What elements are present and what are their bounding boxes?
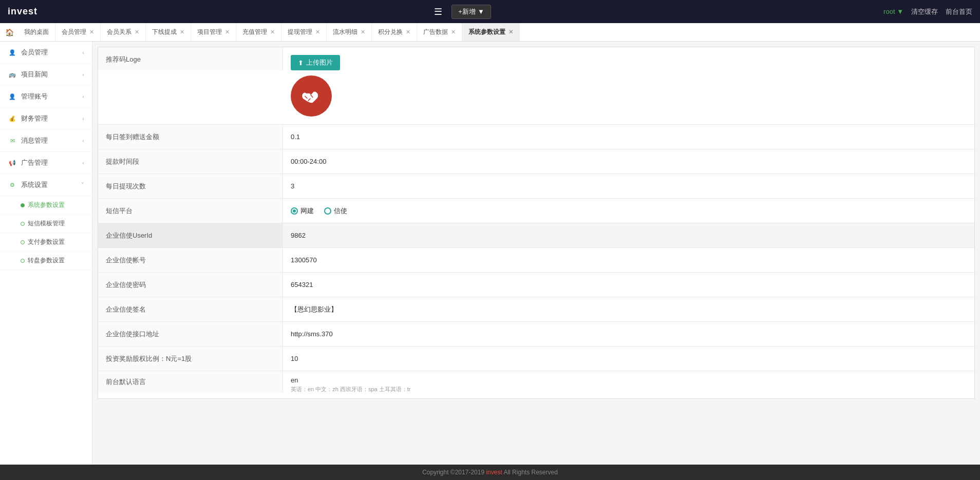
sidebar-item-account-mgmt[interactable]: 👤 管理账号 ‹ [0,86,92,108]
sidebar-item-ads-mgmt[interactable]: 📢 广告管理 ‹ [0,152,92,174]
tab-close-downline[interactable]: ✕ [180,29,184,35]
upload-image-button[interactable]: ⬆ 上传图片 [291,55,340,70]
account-mgmt-arrow: ‹ [82,93,84,100]
member-mgmt-icon: 👤 [8,48,17,57]
tab-member-rel[interactable]: 会员关系 ✕ [101,23,146,42]
sub-dot-pay-params [21,240,25,244]
tab-home[interactable]: 我的桌面 [18,23,55,42]
daily-sign-value: 0.1 [283,125,974,149]
invest-ratio-value: 10 [283,347,974,371]
tab-member[interactable]: 会员管理 ✕ [55,23,101,42]
member-mgmt-arrow: ‹ [82,49,84,55]
radio-dot-wangjian [291,207,298,215]
form-row-sms-api: 企业信使接口地址 http://sms.370 [98,322,974,347]
form-row-sms-password: 企业信使密码 654321 [98,273,974,297]
invest-ratio-label: 投资奖励股权比例：N元=1股 [98,347,283,371]
tab-close-sysparams[interactable]: ✕ [508,29,513,35]
tab-close-project[interactable]: ✕ [225,29,230,35]
sidebar-sub-item-sms-template[interactable]: 短信模板管理 [0,215,92,233]
tab-close-flow[interactable]: ✕ [361,29,365,35]
sidebar-sub-item-sys-params[interactable]: 系统参数设置 [0,196,92,215]
project-news-arrow: ‹ [82,71,84,78]
tab-downline[interactable]: 下线提成 ✕ [146,23,191,42]
form-row-logo: 推荐码Loge ⬆ 上传图片 [98,47,974,125]
form-row-sms-account: 企业信使帐号 1300570 [98,248,974,273]
tab-close-withdraw[interactable]: ✕ [315,29,320,35]
sms-userid-value: 9862 [283,223,974,247]
tab-recharge[interactable]: 充值管理 ✕ [236,23,281,42]
sidebar: 👤 会员管理 ‹ 🚌 项目新闻 ‹ 👤 管理账号 ‹ 💰 财务管理 ‹ [0,42,92,465]
form-row-withdraw-time: 提款时间段 00:00-24:00 [98,149,974,174]
form-row-daily-withdraw: 每日提现次数 3 [98,174,974,199]
tab-project[interactable]: 项目管理 ✕ [191,23,236,42]
main-layout: 👤 会员管理 ‹ 🚌 项目新闻 ‹ 👤 管理账号 ‹ 💰 财务管理 ‹ [0,42,980,465]
logo-label: 推荐码Loge [98,47,283,70]
form-row-daily-sign: 每日签到赠送金额 0.1 [98,125,974,149]
content-area: 推荐码Loge ⬆ 上传图片 每日签到赠送金额 [92,42,980,465]
daily-withdraw-label: 每日提现次数 [98,174,283,198]
tab-bar: 🏠 我的桌面 会员管理 ✕ 会员关系 ✕ 下线提成 ✕ 项目管理 ✕ 充值管理 … [0,23,980,42]
withdraw-time-value: 00:00-24:00 [283,149,974,174]
sidebar-item-finance[interactable]: 💰 财务管理 ‹ [0,108,92,130]
brand-title: invest [8,6,37,16]
home-icon[interactable]: 🏠 [5,28,14,36]
tab-close-recharge[interactable]: ✕ [270,29,275,35]
sidebar-item-project-news[interactable]: 🚌 项目新闻 ‹ [0,64,92,86]
daily-withdraw-value: 3 [283,174,974,198]
upload-icon: ⬆ [298,59,304,67]
form-row-invest-ratio: 投资奖励股权比例：N元=1股 10 [98,347,974,371]
header-center: ☰ +新增 ▼ [430,4,491,20]
sms-sign-label: 企业信使签名 [98,297,283,321]
messages-arrow: ‹ [82,138,84,144]
footer-copyright: Copyright ©2017-2019 invest All Rights R… [422,469,558,476]
sidebar-sub-item-turntable-params[interactable]: 转盘参数设置 [0,252,92,270]
finance-icon: 💰 [8,114,17,123]
sub-dot-turntable-params [21,259,25,263]
menu-toggle-button[interactable]: ☰ [430,4,446,20]
logo-image [291,75,332,117]
handshake-svg [298,83,324,109]
sms-platform-value: 网建 信使 [283,199,974,223]
sub-dot-sms-template [21,222,25,226]
radio-xinshi[interactable]: 信使 [324,206,347,216]
tab-points[interactable]: 积分兑换 ✕ [372,23,417,42]
tab-close-ads[interactable]: ✕ [451,29,456,35]
sms-api-label: 企业信使接口地址 [98,322,283,346]
account-mgmt-icon: 👤 [8,92,17,101]
footer: Copyright ©2017-2019 invest All Rights R… [0,465,980,480]
tab-sysparams[interactable]: 系统参数设置 ✕ [462,23,520,42]
logo-value: ⬆ 上传图片 [283,47,974,124]
brand-area: invest [8,6,37,17]
user-dropdown[interactable]: root ▼ [883,8,903,15]
tab-ads[interactable]: 广告数据 ✕ [417,23,462,42]
default-lang-label: 前台默认语言 [98,371,283,393]
sub-dot-sys-params [21,203,25,207]
tab-close-points[interactable]: ✕ [406,29,410,35]
clear-cache-button[interactable]: 清空缓存 [911,7,938,16]
default-lang-value: en 英语：en 中文：zh 西班牙语：spa 土耳其语：tr [283,371,974,398]
tab-flow[interactable]: 流水明细 ✕ [327,23,372,42]
sidebar-item-member-mgmt[interactable]: 👤 会员管理 ‹ [0,42,92,64]
ads-mgmt-icon: 📢 [8,158,17,167]
sidebar-item-sys-settings[interactable]: ⚙ 系统设置 ˅ [0,174,92,196]
tab-close-member[interactable]: ✕ [89,29,94,35]
sidebar-item-messages[interactable]: ✉ 消息管理 ‹ [0,130,92,152]
form-row-default-lang: 前台默认语言 en 英语：en 中文：zh 西班牙语：spa 土耳其语：tr [98,371,974,398]
tab-close-member-rel[interactable]: ✕ [135,29,139,35]
withdraw-time-label: 提款时间段 [98,149,283,174]
add-new-button[interactable]: +新增 ▼ [451,5,491,19]
frontend-link[interactable]: 前台首页 [946,7,972,16]
form-row-sms-userid: 企业信使UserId 9862 [98,223,974,248]
finance-arrow: ‹ [82,116,84,122]
footer-brand: invest [486,469,502,476]
tab-withdraw[interactable]: 提现管理 ✕ [281,23,327,42]
daily-sign-label: 每日签到赠送金额 [98,125,283,149]
sidebar-sub-item-pay-params[interactable]: 支付参数设置 [0,233,92,252]
sms-account-value: 1300570 [283,248,974,272]
radio-wangjian[interactable]: 网建 [291,206,314,216]
sms-account-label: 企业信使帐号 [98,248,283,272]
form-row-sms-sign: 企业信使签名 【恩幻思影业】 [98,297,974,322]
messages-icon: ✉ [8,136,17,145]
sms-userid-label: 企业信使UserId [98,223,283,247]
form-container: 推荐码Loge ⬆ 上传图片 每日签到赠送金额 [98,47,975,399]
